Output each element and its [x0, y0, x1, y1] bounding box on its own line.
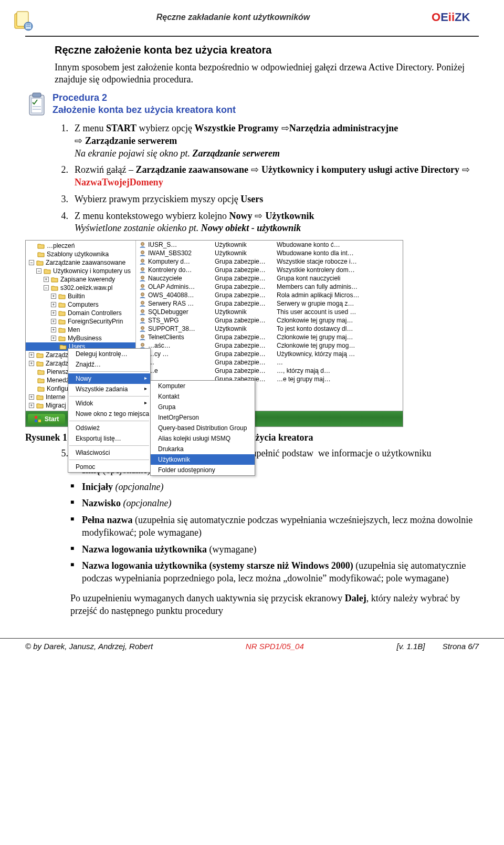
list-row[interactable]: IUSR_S…UżytkownikWbudowane konto ć…: [136, 241, 403, 249]
expand-icon[interactable]: −: [36, 268, 41, 274]
expand-icon[interactable]: +: [51, 302, 56, 307]
list-row[interactable]: …Grupa zabezpie… …: [136, 358, 403, 367]
menu-item[interactable]: Query-based Distribution Group: [151, 423, 255, 433]
cell-type: Grupa zabezpie…: [215, 333, 272, 341]
expand-icon[interactable]: +: [51, 310, 56, 316]
footer-left: © by Darek, Janusz, Andrzej, Robert: [25, 642, 153, 651]
tree-item[interactable]: +Zapisane kwerendy: [26, 275, 135, 284]
cell-name: IWAM_SBS302: [148, 249, 192, 257]
context-submenu: KomputerKontaktGrupaInetOrgPersonQuery-b…: [150, 380, 255, 476]
cell-type: Użytkownik: [215, 308, 272, 316]
step-item: 4. Z menu kontekstowego wybierz kolejno …: [55, 210, 479, 235]
expand-icon[interactable]: +: [44, 277, 49, 282]
list-row[interactable]: OWS_404088…Grupa zabezpie…Rola admin apl…: [136, 291, 403, 299]
list-row[interactable]: NauczycieleGrupa zabezpie…Grupa kont nau…: [136, 274, 403, 283]
folder-icon: [36, 360, 44, 367]
tree-item[interactable]: +Builtin: [26, 292, 135, 300]
folder-icon: [58, 309, 66, 317]
tree-item[interactable]: +Computers: [26, 300, 135, 309]
tree-label: Migracj: [46, 402, 66, 409]
menu-item[interactable]: Kontakt: [151, 391, 255, 402]
page-header: Ręczne zakładanie kont użytkowników OEii…: [25, 11, 479, 35]
menu-item[interactable]: Znajdź…: [68, 359, 150, 370]
list-row[interactable]: OLAP Adminis…Grupa zabezpie…Members can …: [136, 283, 403, 291]
svg-point-14: [141, 259, 144, 262]
list-row[interactable]: …cy …Grupa zabezpie…Użytkownicy, którzy …: [136, 350, 403, 358]
expand-icon[interactable]: +: [51, 319, 56, 324]
menu-item[interactable]: Wszystkie zadania: [68, 384, 150, 394]
footer-mid: NR SPD1/05_04: [246, 642, 304, 651]
start-button[interactable]: Start: [28, 414, 65, 424]
tree-item[interactable]: Szablony użytkownika: [26, 250, 135, 258]
cell-desc: Wbudowane konto ć…: [277, 241, 400, 248]
svg-rect-31: [35, 420, 37, 422]
procedure-title: Założenie konta bez użycia kreatora kont: [52, 104, 236, 116]
menu-item[interactable]: Folder udostępniony: [151, 465, 255, 475]
tree-item[interactable]: …pleczeń: [26, 242, 135, 250]
list-row[interactable]: SUPPORT_38…UżytkownikTo jest konto dosta…: [136, 325, 403, 333]
list-row[interactable]: TelnetClientsGrupa zabezpie…Członkowie t…: [136, 333, 403, 341]
folder-icon: [51, 276, 58, 283]
expand-icon[interactable]: +: [29, 361, 34, 366]
cell-name: Nauczyciele: [148, 275, 182, 282]
menu-item[interactable]: Widok: [68, 398, 150, 409]
list-row[interactable]: …aśc…Grupa zabezpie…Członkowie tej grupy…: [136, 341, 403, 350]
menu-item[interactable]: Komputer: [151, 381, 255, 391]
cell-desc: Grupa kont nauczycieli: [277, 275, 400, 282]
list-row[interactable]: SQLDebuggerUżytkownikThis user account i…: [136, 308, 403, 316]
expand-icon[interactable]: +: [29, 403, 34, 408]
menu-item[interactable]: Użytkownik: [151, 454, 255, 465]
cell-name: SUPPORT_38…: [148, 325, 195, 332]
svg-point-13: [141, 251, 144, 254]
list-row[interactable]: STS_WPGGrupa zabezpie…Członkowie tej gru…: [136, 316, 403, 325]
cell-desc: …: [277, 359, 400, 366]
menu-item[interactable]: InetOrgPerson: [151, 412, 255, 423]
expand-icon[interactable]: +: [29, 394, 34, 400]
post-paragraph: Po uzupełnieniu wymaganych danych uaktyw…: [70, 592, 479, 618]
bullet-item: Inicjały (opcjonalne): [70, 481, 479, 494]
menu-item[interactable]: Pomoc: [68, 462, 150, 472]
tree-item[interactable]: +Men: [26, 326, 135, 334]
folder-icon: [37, 368, 45, 375]
expand-icon[interactable]: −: [44, 285, 49, 290]
menu-item[interactable]: Nowe okno z tego miejsca: [68, 409, 150, 419]
menu-item[interactable]: Drukarka: [151, 444, 255, 454]
menu-item[interactable]: Nowy: [68, 373, 150, 384]
svg-point-15: [141, 267, 144, 270]
cell-type: Grupa zabezpie…: [215, 359, 272, 366]
folder-icon: [36, 259, 44, 266]
list-row[interactable]: …eGrupa zabezpie……, którzy mają d…: [136, 367, 403, 375]
tree-item[interactable]: −s302.oeiizk.waw.pl: [26, 284, 135, 292]
list-row[interactable]: Komputery d…Grupa zabezpie…Wszystkie sta…: [136, 257, 403, 266]
tree-item[interactable]: −Zarządzanie zaawansowane: [26, 258, 135, 267]
menu-item[interactable]: Alias kolejki usługi MSMQ: [151, 433, 255, 444]
cell-desc: Członkowie tej grupy maj…: [277, 317, 400, 324]
list-row[interactable]: Serwery RAS …Grupa zabezpie…Serwery w gr…: [136, 299, 403, 308]
menu-item[interactable]: Właściwości: [68, 447, 150, 458]
tree-item[interactable]: +MyBusiness: [26, 334, 135, 342]
menu-item[interactable]: Eksportuj listę…: [68, 433, 150, 444]
cell-desc: To jest konto dostawcy dl…: [277, 325, 400, 332]
menu-item[interactable]: Odśwież: [68, 423, 150, 433]
folder-icon: [58, 293, 66, 300]
svg-point-17: [141, 284, 144, 287]
folder-icon: [36, 351, 44, 359]
expand-icon[interactable]: −: [29, 260, 34, 265]
tree-item[interactable]: +ForeignSecurityPrin: [26, 317, 135, 326]
cell-desc: Użytkownicy, którzy mają …: [277, 350, 400, 358]
list-row[interactable]: IWAM_SBS302UżytkownikWbudowane konto dla…: [136, 249, 403, 257]
cell-type: Użytkownik: [215, 241, 272, 248]
cell-type: Użytkownik: [215, 325, 272, 332]
expand-icon[interactable]: +: [51, 294, 56, 299]
cell-desc: …e tej grupy maj…: [277, 375, 400, 383]
tree-item[interactable]: +Domain Controllers: [26, 309, 135, 317]
brand-logo: OEiiZK: [432, 11, 479, 24]
expand-icon[interactable]: +: [29, 352, 34, 358]
tree-item[interactable]: −Użytkownicy i komputery us: [26, 267, 135, 275]
list-row[interactable]: Kontrolery do…Grupa zabezpie…Wszystkie k…: [136, 266, 403, 274]
cell-name: Komputery d…: [148, 258, 190, 265]
expand-icon[interactable]: +: [51, 336, 56, 341]
menu-item[interactable]: Deleguj kontrolę…: [68, 349, 150, 359]
expand-icon[interactable]: +: [51, 327, 56, 332]
menu-item[interactable]: Grupa: [151, 402, 255, 412]
